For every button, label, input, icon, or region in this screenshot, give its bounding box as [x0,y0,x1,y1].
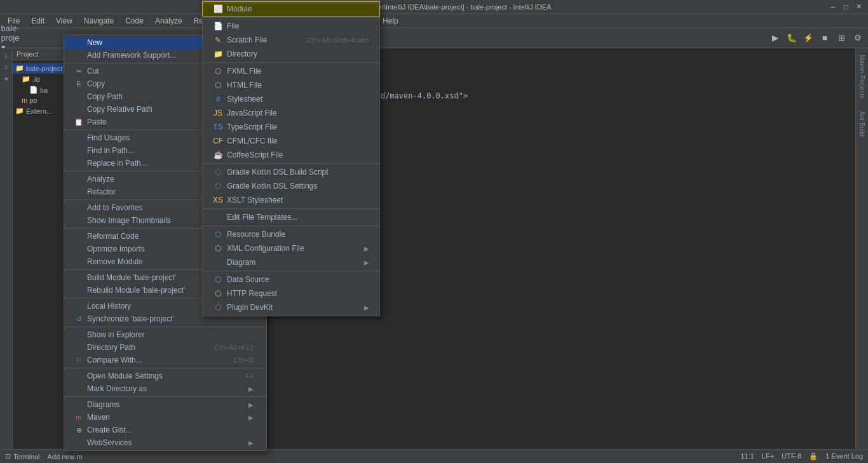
ant-build-tab[interactable]: Ant Build [857,107,867,140]
ctx-open-module-settings[interactable]: Open Module Settings F4 [64,370,266,382]
maximize-button[interactable]: □ [841,3,850,11]
toolbar-project-selector[interactable]: bale-proje ▾ [3,30,18,46]
cut-icon: ✂ [74,67,83,76]
toolbar-settings-btn[interactable]: ⚙ [850,30,865,46]
html-icon: ⬡ [213,80,223,90]
add-new-module-label[interactable]: Add new m [48,453,83,460]
menu-analyze[interactable]: Analyze [150,15,187,27]
terminal-btn[interactable]: ⊡ Terminal [5,452,40,460]
line-separator: LF+ [762,452,774,460]
submenu-html[interactable]: ⬡ HTML File [203,78,379,92]
submenu-http-request[interactable]: ⬡ HTTP Request [203,286,379,300]
compare-icon: ⚐ [74,356,83,365]
submenu-gradle-kotlin-build[interactable]: ⬡ Gradle Kotlin DSL Build Script [203,165,379,179]
submenu-xslt[interactable]: XS XSLT Stylesheet [203,193,379,207]
copy-path-icon [74,92,83,101]
web-services-arrow-icon: ▶ [248,440,254,446]
remove-module-icon [74,257,83,266]
http-request-icon: ⬡ [213,288,223,299]
menu-view[interactable]: View [51,15,78,27]
submenu-typescript[interactable]: TS TypeScript File [203,120,379,134]
directory-icon: 📁 [213,49,223,59]
menu-bar: File Edit View Navigate Code Analyze Ref… [0,14,868,28]
toolbar-debug-btn[interactable]: 🐛 [784,30,799,46]
diagram-icon [213,257,223,267]
toolbar-layout-btn[interactable]: ⊞ [834,30,849,46]
refactor-icon [74,187,83,196]
xslt-icon: XS [213,195,223,205]
close-button[interactable]: ✕ [854,3,863,11]
status-bar: ⊡ Terminal Add new m 11:1 LF+ UTF-8 🔒 1 … [0,449,868,463]
fxml-icon: ⬡ [213,66,223,76]
history-icon [74,302,83,311]
submenu-gradle-kotlin-settings[interactable]: ⬡ Gradle Kotlin DSL Settings [203,179,379,193]
submenu-plugin-devkit[interactable]: ⬡ Plugin DevKit ▶ [203,300,379,314]
rebuild-icon [74,286,83,295]
ctx-show-in-explorer[interactable]: Show in Explorer [64,328,266,341]
submenu-xml-config[interactable]: ⬡ XML Configuration File ▶ [203,241,379,255]
submenu-scratch[interactable]: ✎ Scratch File Ctrl+Alt+Shift+Insert [203,33,379,47]
sidebar-icon-2[interactable]: 2 [1,62,11,72]
ctx-maven[interactable]: m Maven ▶ [64,411,266,424]
toolbar-stop-btn[interactable]: ■ [817,30,832,46]
new-icon [74,38,83,47]
submenu-resource-bundle[interactable]: ⬡ Resource Bundle [203,227,379,241]
submenu-edit-file-templates[interactable]: Edit File Templates... [203,210,379,224]
menu-code[interactable]: Code [120,15,149,27]
toolbar-run-with-coverage[interactable]: ⚡ [801,30,816,46]
maven-arrow-icon: ▶ [248,414,254,421]
sync-icon: ↺ [74,314,83,323]
submenu-coffeescript[interactable]: ☕ CoffeeScript File [203,148,379,162]
submenu-file[interactable]: 📄 File [203,19,379,33]
favorites-icon [74,203,83,212]
encoding: UTF-8 [782,452,801,460]
toolbar-run-btn[interactable]: ▶ [768,30,783,46]
ctx-directory-path[interactable]: Directory Path Ctrl+Alt+F12 [64,341,266,354]
terminal-icon: ⊡ [5,452,11,460]
window-controls: ─ □ ✕ [829,3,863,11]
submenu-directory[interactable]: 📁 Directory [203,47,379,61]
submenu-fxml[interactable]: ⬡ FXML File [203,64,379,78]
ctx-web-services[interactable]: WebServices ▶ [64,436,266,449]
menu-help[interactable]: Help [377,15,403,27]
build-icon [74,273,83,282]
right-sidebar: Maven Projects Ant Build [855,48,868,449]
submenu-sep-6 [203,271,379,271]
copy-icon: ⎘ [74,79,83,88]
ctx-compare-with[interactable]: ⚐ Compare With... Ctrl+D [64,354,266,366]
thumbnails-icon [74,216,83,225]
plugin-devkit-icon: ⬡ [213,302,223,312]
submenu-data-source[interactable]: ⬡ Data Source [203,272,379,286]
maven-projects-tab[interactable]: Maven Projects [857,51,867,102]
gist-icon: ⊕ [74,426,83,434]
js-icon: JS [213,108,223,118]
minimize-button[interactable]: ─ [829,3,837,11]
ctx-diagrams[interactable]: Diagrams ▶ [64,398,266,411]
submenu-diagram[interactable]: Diagram ▶ [203,255,379,269]
file-icon-ba: 📄 [29,86,38,94]
submenu-module[interactable]: ⬜ Module [203,2,379,16]
sidebar-favorites-icon[interactable]: ★ [1,74,11,84]
menu-navigate[interactable]: Navigate [79,15,119,27]
separator-9 [64,368,266,368]
xml-config-arrow: ▶ [364,245,369,252]
project-panel-title: Project [17,50,38,58]
optimize-icon [74,245,83,253]
ctx-mark-directory-as[interactable]: Mark Directory as ▶ [64,382,266,395]
separator-8 [64,326,266,327]
sidebar-icon-1[interactable]: 1 [1,51,11,61]
diagram-arrow: ▶ [364,259,369,266]
ctx-create-gist[interactable]: ⊕ Create Gist... [64,424,266,436]
maven-icon: m [74,413,83,422]
event-log[interactable]: 1 Event Log [825,452,863,460]
edit-templates-icon [213,212,223,222]
menu-edit[interactable]: Edit [26,15,50,27]
stylesheet-icon: # [213,94,223,104]
submenu-new: ⬜ Module 📄 File ✎ Scratch File Ctrl+Alt+… [202,0,380,316]
submenu-javascript[interactable]: JS JavaScript File [203,106,379,120]
submenu-sep-2 [203,62,379,63]
xml-config-icon: ⬡ [213,243,223,253]
submenu-cfml[interactable]: CF CFML/CFC file [203,134,379,148]
file-icon-po: m [22,97,27,104]
submenu-stylesheet[interactable]: # Stylesheet [203,92,379,106]
